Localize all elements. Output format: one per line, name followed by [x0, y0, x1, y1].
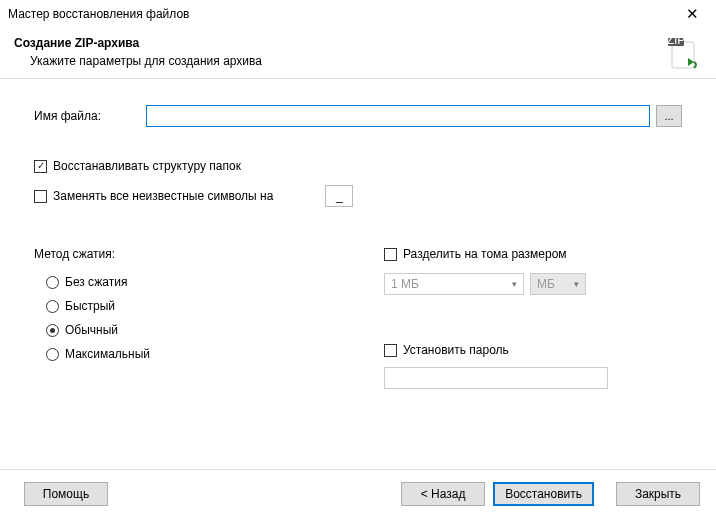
checkbox-icon[interactable]	[384, 344, 397, 357]
restore-button[interactable]: Восстановить	[493, 482, 594, 506]
password-label: Установить пароль	[403, 343, 509, 357]
body: Имя файла: ... Восстанавливать структуру…	[0, 79, 716, 409]
split-size-value: 1 МБ	[391, 277, 419, 291]
split-row[interactable]: Разделить на тома размером	[384, 247, 682, 261]
replace-symbol-input[interactable]	[325, 185, 353, 207]
split-size-select: 1 МБ ▾	[384, 273, 524, 295]
split-controls: 1 МБ ▾ МБ ▾	[384, 273, 682, 295]
checkbox-icon[interactable]	[34, 160, 47, 173]
restore-structure-row[interactable]: Восстанавливать структуру папок	[34, 159, 682, 173]
radio-label: Максимальный	[65, 347, 150, 361]
radio-max[interactable]: Максимальный	[34, 347, 384, 361]
header: Создание ZIP-архива Укажите параметры дл…	[0, 28, 716, 78]
radio-normal[interactable]: Обычный	[34, 323, 384, 337]
help-button[interactable]: Помощь	[24, 482, 108, 506]
radio-icon[interactable]	[46, 348, 59, 361]
chevron-down-icon: ▾	[512, 279, 517, 289]
filename-row: Имя файла: ...	[34, 105, 682, 127]
titlebar-text: Мастер восстановления файлов	[8, 7, 676, 21]
titlebar: Мастер восстановления файлов ✕	[0, 0, 716, 28]
password-input[interactable]	[384, 367, 608, 389]
radio-label: Без сжатия	[65, 275, 127, 289]
split-unit-value: МБ	[537, 277, 555, 291]
radio-icon[interactable]	[46, 324, 59, 337]
header-title: Создание ZIP-архива	[14, 36, 702, 50]
browse-button[interactable]: ...	[656, 105, 682, 127]
header-subtitle: Укажите параметры для создания архива	[14, 54, 702, 68]
split-unit-select: МБ ▾	[530, 273, 586, 295]
split-label: Разделить на тома размером	[403, 247, 567, 261]
filename-label: Имя файла:	[34, 109, 146, 123]
close-button[interactable]: Закрыть	[616, 482, 700, 506]
radio-none[interactable]: Без сжатия	[34, 275, 384, 289]
radio-icon[interactable]	[46, 276, 59, 289]
zip-icon: ZIP	[666, 36, 700, 70]
replace-unknown-label: Заменять все неизвестные символы на	[53, 189, 273, 203]
chevron-down-icon: ▾	[574, 279, 579, 289]
footer: Помощь < Назад Восстановить Закрыть	[0, 469, 716, 518]
radio-fast[interactable]: Быстрый	[34, 299, 384, 313]
radio-icon[interactable]	[46, 300, 59, 313]
compression-title: Метод сжатия:	[34, 247, 384, 261]
close-icon[interactable]: ✕	[676, 5, 708, 23]
filename-input[interactable]	[146, 105, 650, 127]
svg-text:ZIP: ZIP	[667, 36, 686, 47]
password-row[interactable]: Установить пароль	[384, 343, 682, 357]
radio-label: Быстрый	[65, 299, 115, 313]
radio-label: Обычный	[65, 323, 118, 337]
replace-unknown-row[interactable]: Заменять все неизвестные символы на	[34, 185, 682, 207]
checkbox-icon[interactable]	[34, 190, 47, 203]
checkbox-icon[interactable]	[384, 248, 397, 261]
restore-structure-label: Восстанавливать структуру папок	[53, 159, 241, 173]
back-button[interactable]: < Назад	[401, 482, 485, 506]
